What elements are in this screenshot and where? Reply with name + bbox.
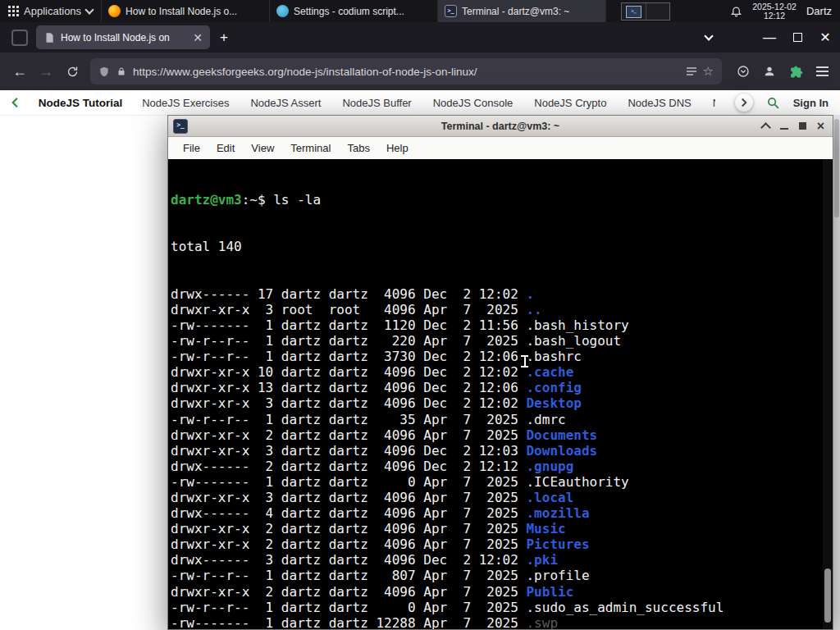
terminal-line: drwx------ 3 dartz dartz 4096 Dec 2 12:0… <box>171 552 833 568</box>
new-tab-button[interactable]: + <box>220 30 228 46</box>
site-nav-link[interactable]: Node <box>713 97 715 109</box>
terminal-line: -rw-r--r-- 1 dartz dartz 0 Apr 7 2025 .s… <box>171 600 833 615</box>
tab-close-icon[interactable]: ✕ <box>193 32 203 43</box>
file-meta: -rw------- 1 dartz dartz 12288 Apr 7 202… <box>171 615 526 629</box>
file-name: .bash_logout <box>526 333 621 349</box>
workspace-switcher[interactable]: >_ <box>621 2 670 21</box>
file-meta: -rw-r--r-- 1 dartz dartz 3730 Dec 2 12:0… <box>171 349 526 364</box>
workspace-1[interactable]: >_ <box>622 3 646 20</box>
pocket-icon[interactable] <box>730 58 756 84</box>
shade-button[interactable] <box>760 122 771 133</box>
page-scrollbar[interactable] <box>833 116 840 630</box>
notification-bell-icon[interactable] <box>730 5 742 17</box>
tab-list-button[interactable] <box>697 22 720 52</box>
terminal-line: -rw-r--r-- 1 dartz dartz 807 Apr 7 2025 … <box>171 568 833 583</box>
file-meta: -rw-r--r-- 1 dartz dartz 220 Apr 7 2025 <box>171 333 526 349</box>
file-meta: drwxr-xr-x 3 dartz dartz 4096 Apr 7 2025 <box>171 490 526 505</box>
file-meta: drwxr-xr-x 2 dartz dartz 4096 Apr 7 2025 <box>171 427 526 443</box>
close-button[interactable]: × <box>817 120 824 133</box>
search-icon[interactable] <box>766 96 780 110</box>
firefox-icon <box>108 5 121 17</box>
site-nav-link[interactable]: NodeJS Crypto <box>534 97 606 109</box>
terminal-icon: >_ <box>445 5 457 17</box>
firefox-view-icon[interactable] <box>11 30 28 46</box>
site-nav-link[interactable]: NodeJS Buffer <box>342 97 411 109</box>
clock[interactable]: 2025-12-02 12:12 <box>752 2 797 21</box>
file-name: Downloads <box>526 443 597 459</box>
site-nav-bar: NodeJS Tutorial NodeJS ExercisesNodeJS A… <box>0 90 840 116</box>
file-meta: drwxr-xr-x 2 dartz dartz 4096 Apr 7 2025 <box>171 536 526 552</box>
menu-icon[interactable] <box>809 58 835 84</box>
window-button[interactable]: How to Install Node.js o... <box>102 0 270 22</box>
window-button[interactable]: >_Terminal - dartz@vm3: ~ <box>438 0 606 22</box>
file-name: .local <box>526 490 573 505</box>
top-panel: Applications How to Install Node.js o...… <box>0 0 840 22</box>
account-icon[interactable] <box>756 58 783 84</box>
site-nav-link[interactable]: NodeJS Exercises <box>142 97 229 109</box>
site-nav-link[interactable]: NodeJS Console <box>433 97 514 109</box>
reload-button[interactable] <box>59 58 85 84</box>
menu-view[interactable]: View <box>243 137 282 159</box>
file-meta: -rw-r--r-- 1 dartz dartz 807 Apr 7 2025 <box>171 568 526 583</box>
clock-date: 2025-12-02 <box>752 2 797 11</box>
file-meta: -rw------- 1 dartz dartz 1120 Dec 2 11:5… <box>171 317 526 333</box>
file-name: .config <box>526 380 581 395</box>
file-meta: drwx------ 4 dartz dartz 4096 Apr 7 2025 <box>171 505 526 521</box>
file-name: .cache <box>526 364 573 380</box>
applications-menu[interactable]: Applications <box>0 0 101 22</box>
browser-tab-active[interactable]: How to Install Node.js on ✕ <box>36 25 210 49</box>
window-button[interactable]: Settings - codium script... <box>270 0 438 22</box>
file-name: Desktop <box>526 395 581 411</box>
lock-icon[interactable] <box>116 66 126 77</box>
url-bar[interactable]: https://www.geeksforgeeks.org/node-js/in… <box>90 58 722 84</box>
browser-maximize-button[interactable] <box>786 22 809 52</box>
site-nav-link[interactable]: NodeJS Assert <box>250 97 321 109</box>
terminal-screen[interactable]: dartz@vm3:~$ ls -la total 140 drwx------… <box>168 159 833 629</box>
maximize-button[interactable] <box>799 122 806 130</box>
url-text[interactable]: https://www.geeksforgeeks.org/node-js/in… <box>133 66 680 78</box>
terminal-app-icon: >_ <box>173 119 188 134</box>
back-button[interactable]: ← <box>7 58 33 84</box>
menu-tabs[interactable]: Tabs <box>339 137 377 159</box>
forward-button[interactable]: → <box>33 58 59 84</box>
bookmark-star-icon[interactable]: ☆ <box>703 64 714 79</box>
file-meta: drwxr-xr-x 3 root root 4096 Apr 7 2025 <box>171 302 526 317</box>
file-meta: drwx------ 3 dartz dartz 4096 Dec 2 12:0… <box>171 552 526 568</box>
terminal-line: drwxr-xr-x 2 dartz dartz 4096 Apr 7 2025… <box>171 584 833 600</box>
file-meta: drwx------ 17 dartz dartz 4096 Dec 2 12:… <box>171 286 526 302</box>
terminal-scrollbar[interactable] <box>823 159 833 629</box>
terminal-total-line: total 140 <box>171 239 833 254</box>
terminal-line: drwxr-xr-x 13 dartz dartz 4096 Dec 2 12:… <box>171 380 833 395</box>
reload-icon <box>66 66 79 78</box>
reader-mode-icon[interactable] <box>687 67 696 75</box>
menu-file[interactable]: File <box>175 137 208 159</box>
terminal-titlebar[interactable]: >_ Terminal - dartz@vm3: ~ × <box>168 116 833 137</box>
site-nav-primary[interactable]: NodeJS Tutorial <box>39 97 123 109</box>
menu-edit[interactable]: Edit <box>208 137 243 159</box>
tracking-protection-shield-icon[interactable] <box>98 66 110 78</box>
menu-terminal[interactable]: Terminal <box>282 137 339 159</box>
file-name: .gnupg <box>526 459 573 474</box>
browser-minimize-button[interactable]: — <box>758 22 781 52</box>
terminal-line: drwxr-xr-x 2 dartz dartz 4096 Apr 7 2025… <box>171 427 833 443</box>
file-name: Music <box>526 521 565 536</box>
browser-close-button[interactable]: ✕ <box>814 22 837 52</box>
file-name: . <box>526 286 534 302</box>
sign-in-button[interactable]: Sign In <box>793 97 829 109</box>
site-nav-link[interactable]: NodeJS DNS <box>628 97 691 109</box>
window-button-label: Settings - codium script... <box>294 6 404 17</box>
minimize-button[interactable] <box>780 128 788 130</box>
extension-icon[interactable] <box>783 58 809 84</box>
workspace-2[interactable] <box>646 3 670 20</box>
file-name: Documents <box>526 427 597 443</box>
terminal-scrollbar-thumb[interactable] <box>824 568 831 623</box>
terminal-line: drwxr-xr-x 2 dartz dartz 4096 Apr 7 2025… <box>171 536 833 552</box>
scroll-next-button[interactable] <box>735 94 753 112</box>
chevron-down-icon <box>704 31 713 40</box>
applications-grid-icon <box>8 6 19 16</box>
terminal-line: drwx------ 17 dartz dartz 4096 Dec 2 12:… <box>171 286 833 302</box>
terminal-line: drwxr-xr-x 10 dartz dartz 4096 Dec 2 12:… <box>171 364 833 380</box>
menu-help[interactable]: Help <box>378 137 417 159</box>
chevron-left-icon[interactable] <box>11 97 19 108</box>
page-scrollbar-thumb[interactable] <box>834 119 839 217</box>
